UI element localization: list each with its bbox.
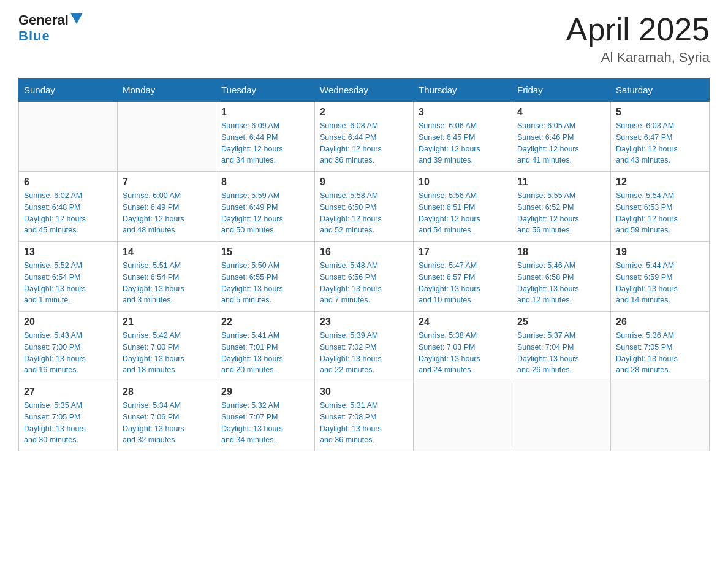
calendar-cell: 9Sunrise: 5:58 AMSunset: 6:50 PMDaylight… xyxy=(315,172,414,242)
weekday-header-thursday: Thursday xyxy=(414,79,512,102)
weekday-header-saturday: Saturday xyxy=(611,79,710,102)
day-number: 12 xyxy=(616,177,704,188)
day-number: 5 xyxy=(616,107,704,118)
day-info: Sunrise: 5:35 AMSunset: 7:05 PMDaylight:… xyxy=(24,400,112,446)
day-number: 6 xyxy=(24,177,112,188)
day-info: Sunrise: 5:43 AMSunset: 7:00 PMDaylight:… xyxy=(24,330,112,376)
day-info: Sunrise: 5:48 AMSunset: 6:56 PMDaylight:… xyxy=(320,260,408,306)
day-number: 19 xyxy=(616,247,704,258)
weekday-header-monday: Monday xyxy=(118,79,216,102)
svg-marker-0 xyxy=(70,13,83,24)
weekday-header-wednesday: Wednesday xyxy=(315,79,414,102)
weekday-header-row: SundayMondayTuesdayWednesdayThursdayFrid… xyxy=(19,79,710,102)
day-info: Sunrise: 5:54 AMSunset: 6:53 PMDaylight:… xyxy=(616,190,704,236)
calendar-cell: 10Sunrise: 5:56 AMSunset: 6:51 PMDayligh… xyxy=(414,172,512,242)
day-number: 11 xyxy=(517,177,605,188)
calendar-cell: 2Sunrise: 6:08 AMSunset: 6:44 PMDaylight… xyxy=(315,102,414,172)
day-number: 22 xyxy=(221,316,309,327)
calendar-cell: 8Sunrise: 5:59 AMSunset: 6:49 PMDaylight… xyxy=(216,172,315,242)
day-info: Sunrise: 5:58 AMSunset: 6:50 PMDaylight:… xyxy=(320,190,408,236)
day-info: Sunrise: 5:41 AMSunset: 7:01 PMDaylight:… xyxy=(221,330,309,376)
day-number: 23 xyxy=(320,316,408,327)
day-number: 24 xyxy=(419,316,507,327)
day-info: Sunrise: 6:00 AMSunset: 6:49 PMDaylight:… xyxy=(123,190,211,236)
day-info: Sunrise: 5:44 AMSunset: 6:59 PMDaylight:… xyxy=(616,260,704,306)
calendar-cell: 3Sunrise: 6:06 AMSunset: 6:45 PMDaylight… xyxy=(414,102,512,172)
day-info: Sunrise: 5:51 AMSunset: 6:54 PMDaylight:… xyxy=(123,260,211,306)
calendar-week-row: 20Sunrise: 5:43 AMSunset: 7:00 PMDayligh… xyxy=(19,312,710,381)
logo-general-text: General xyxy=(18,12,69,28)
day-number: 20 xyxy=(24,316,112,327)
day-info: Sunrise: 6:02 AMSunset: 6:48 PMDaylight:… xyxy=(24,190,112,236)
day-info: Sunrise: 6:06 AMSunset: 6:45 PMDaylight:… xyxy=(419,120,507,166)
day-info: Sunrise: 5:55 AMSunset: 6:52 PMDaylight:… xyxy=(517,190,605,236)
calendar-cell: 15Sunrise: 5:50 AMSunset: 6:55 PMDayligh… xyxy=(216,242,315,312)
logo-triangle-icon xyxy=(70,13,83,25)
calendar-week-row: 1Sunrise: 6:09 AMSunset: 6:44 PMDaylight… xyxy=(19,102,710,172)
day-number: 16 xyxy=(320,247,408,258)
calendar-cell: 16Sunrise: 5:48 AMSunset: 6:56 PMDayligh… xyxy=(315,242,414,312)
day-number: 21 xyxy=(123,316,211,327)
day-info: Sunrise: 6:09 AMSunset: 6:44 PMDaylight:… xyxy=(221,120,309,166)
day-info: Sunrise: 5:50 AMSunset: 6:55 PMDaylight:… xyxy=(221,260,309,306)
calendar-cell: 6Sunrise: 6:02 AMSunset: 6:48 PMDaylight… xyxy=(19,172,118,242)
day-info: Sunrise: 5:47 AMSunset: 6:57 PMDaylight:… xyxy=(419,260,507,306)
calendar-cell: 21Sunrise: 5:42 AMSunset: 7:00 PMDayligh… xyxy=(118,312,216,381)
day-info: Sunrise: 5:46 AMSunset: 6:58 PMDaylight:… xyxy=(517,260,605,306)
logo-blue-text: Blue xyxy=(18,28,50,44)
day-number: 3 xyxy=(419,107,507,118)
day-number: 15 xyxy=(221,247,309,258)
weekday-header-tuesday: Tuesday xyxy=(216,79,315,102)
calendar-cell xyxy=(19,102,118,172)
day-number: 29 xyxy=(221,386,309,397)
calendar-cell: 24Sunrise: 5:38 AMSunset: 7:03 PMDayligh… xyxy=(414,312,512,381)
day-number: 25 xyxy=(517,316,605,327)
logo: General Blue xyxy=(18,12,83,44)
day-number: 27 xyxy=(24,386,112,397)
day-info: Sunrise: 6:05 AMSunset: 6:46 PMDaylight:… xyxy=(517,120,605,166)
calendar-cell: 11Sunrise: 5:55 AMSunset: 6:52 PMDayligh… xyxy=(512,172,611,242)
calendar-cell: 1Sunrise: 6:09 AMSunset: 6:44 PMDaylight… xyxy=(216,102,315,172)
calendar-cell xyxy=(611,381,710,451)
day-info: Sunrise: 5:52 AMSunset: 6:54 PMDaylight:… xyxy=(24,260,112,306)
day-number: 2 xyxy=(320,107,408,118)
day-info: Sunrise: 6:08 AMSunset: 6:44 PMDaylight:… xyxy=(320,120,408,166)
calendar-cell: 20Sunrise: 5:43 AMSunset: 7:00 PMDayligh… xyxy=(19,312,118,381)
day-number: 1 xyxy=(221,107,309,118)
calendar-body: 1Sunrise: 6:09 AMSunset: 6:44 PMDaylight… xyxy=(19,102,710,451)
calendar-cell: 5Sunrise: 6:03 AMSunset: 6:47 PMDaylight… xyxy=(611,102,710,172)
day-number: 4 xyxy=(517,107,605,118)
calendar-cell: 19Sunrise: 5:44 AMSunset: 6:59 PMDayligh… xyxy=(611,242,710,312)
calendar-cell xyxy=(414,381,512,451)
calendar-cell: 4Sunrise: 6:05 AMSunset: 6:46 PMDaylight… xyxy=(512,102,611,172)
weekday-header-friday: Friday xyxy=(512,79,611,102)
calendar-cell: 7Sunrise: 6:00 AMSunset: 6:49 PMDaylight… xyxy=(118,172,216,242)
calendar-table: SundayMondayTuesdayWednesdayThursdayFrid… xyxy=(18,78,710,451)
calendar-cell: 18Sunrise: 5:46 AMSunset: 6:58 PMDayligh… xyxy=(512,242,611,312)
day-number: 8 xyxy=(221,177,309,188)
day-number: 30 xyxy=(320,386,408,397)
day-info: Sunrise: 5:36 AMSunset: 7:05 PMDaylight:… xyxy=(616,330,704,376)
calendar-cell: 12Sunrise: 5:54 AMSunset: 6:53 PMDayligh… xyxy=(611,172,710,242)
calendar-cell: 17Sunrise: 5:47 AMSunset: 6:57 PMDayligh… xyxy=(414,242,512,312)
title-block: April 2025 Al Karamah, Syria xyxy=(566,12,710,66)
calendar-week-row: 6Sunrise: 6:02 AMSunset: 6:48 PMDaylight… xyxy=(19,172,710,242)
calendar-cell xyxy=(512,381,611,451)
day-info: Sunrise: 5:34 AMSunset: 7:06 PMDaylight:… xyxy=(123,400,211,446)
day-number: 13 xyxy=(24,247,112,258)
calendar-header: SundayMondayTuesdayWednesdayThursdayFrid… xyxy=(19,79,710,102)
calendar-cell: 28Sunrise: 5:34 AMSunset: 7:06 PMDayligh… xyxy=(118,381,216,451)
day-number: 26 xyxy=(616,316,704,327)
day-info: Sunrise: 5:38 AMSunset: 7:03 PMDaylight:… xyxy=(419,330,507,376)
calendar-cell: 25Sunrise: 5:37 AMSunset: 7:04 PMDayligh… xyxy=(512,312,611,381)
calendar-cell: 22Sunrise: 5:41 AMSunset: 7:01 PMDayligh… xyxy=(216,312,315,381)
calendar-subtitle: Al Karamah, Syria xyxy=(566,50,710,66)
calendar-cell: 30Sunrise: 5:31 AMSunset: 7:08 PMDayligh… xyxy=(315,381,414,451)
day-info: Sunrise: 5:39 AMSunset: 7:02 PMDaylight:… xyxy=(320,330,408,376)
day-number: 10 xyxy=(419,177,507,188)
calendar-cell: 27Sunrise: 5:35 AMSunset: 7:05 PMDayligh… xyxy=(19,381,118,451)
day-number: 7 xyxy=(123,177,211,188)
day-info: Sunrise: 5:42 AMSunset: 7:00 PMDaylight:… xyxy=(123,330,211,376)
day-number: 9 xyxy=(320,177,408,188)
day-info: Sunrise: 5:31 AMSunset: 7:08 PMDaylight:… xyxy=(320,400,408,446)
